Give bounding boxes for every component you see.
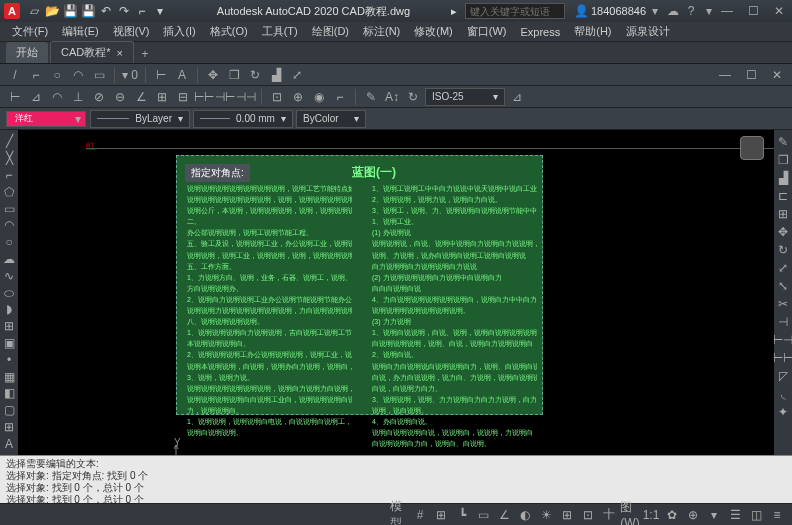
dimupdate-icon[interactable]: ↻ xyxy=(404,88,422,106)
status-item[interactable]: ✿ xyxy=(663,506,681,524)
status-item[interactable]: ┗ xyxy=(453,506,471,524)
status-item[interactable]: ⊞ xyxy=(432,506,450,524)
rectangle-tool-icon[interactable]: ▭ xyxy=(90,66,108,84)
status-item[interactable]: ∠ xyxy=(495,506,513,524)
trim-icon[interactable]: ✂ xyxy=(775,296,791,312)
spline-icon[interactable]: ∿ xyxy=(1,268,17,283)
tab-close-icon[interactable]: × xyxy=(117,47,123,59)
status-item[interactable]: ⊞ xyxy=(558,506,576,524)
scale2-icon[interactable]: ⤢ xyxy=(775,260,791,276)
doc-restore-icon[interactable]: ☐ xyxy=(742,66,760,84)
save-icon[interactable]: 💾 xyxy=(62,3,78,19)
layer-combo-icon[interactable]: ▾ 0 xyxy=(121,66,139,84)
status-item[interactable]: ⊕ xyxy=(684,506,702,524)
menu-item[interactable]: 绘图(D) xyxy=(306,24,355,39)
status-item[interactable]: ◐ xyxy=(516,506,534,524)
status-item[interactable]: 1:1 xyxy=(642,506,660,524)
color-dropdown-icon[interactable]: ▾ xyxy=(69,110,87,128)
mtext-icon[interactable]: A xyxy=(1,436,17,451)
status-item[interactable]: ☀ xyxy=(537,506,555,524)
plotstyle-combo[interactable]: ByColor▾ xyxy=(296,110,366,128)
saveas-icon[interactable]: 💾 xyxy=(80,3,96,19)
menu-item[interactable]: 窗口(W) xyxy=(461,24,513,39)
line-tool-icon[interactable]: / xyxy=(6,66,24,84)
mirror2-icon[interactable]: ▟ xyxy=(775,170,791,186)
table-icon[interactable]: ⊞ xyxy=(1,420,17,435)
menu-item[interactable]: 修改(M) xyxy=(408,24,459,39)
revcloud-icon[interactable]: ☁ xyxy=(1,252,17,267)
rotate2-icon[interactable]: ↻ xyxy=(775,242,791,258)
status-item[interactable]: ▾ xyxy=(705,506,723,524)
add-tab-icon[interactable]: + xyxy=(136,45,154,63)
arc-icon[interactable]: ◠ xyxy=(1,218,17,233)
explode-icon[interactable]: ✦ xyxy=(775,404,791,420)
status-item[interactable]: ⊡ xyxy=(579,506,597,524)
menu-item[interactable]: 源泉设计 xyxy=(620,24,676,39)
dim-aligned-icon[interactable]: ⊿ xyxy=(27,88,45,106)
dim-ordinate-icon[interactable]: ⊥ xyxy=(69,88,87,106)
dim-quick-icon[interactable]: ⊞ xyxy=(153,88,171,106)
drawing-canvas[interactable]: 虹 指定对角点: 蓝图(一) 说明说明说明说明说明说明说明，说明工艺节能特点如下… xyxy=(18,130,774,455)
undo-icon[interactable]: ↶ xyxy=(98,3,114,19)
stretch-icon[interactable]: ⤡ xyxy=(775,278,791,294)
menu-item[interactable]: 编辑(E) xyxy=(56,24,105,39)
user-icon[interactable]: 👤 xyxy=(573,2,591,20)
move-tool-icon[interactable]: ✥ xyxy=(204,66,222,84)
linetype-combo[interactable]: ByLayer▾ xyxy=(90,110,190,128)
line-icon[interactable]: ╱ xyxy=(1,134,17,149)
rect-icon[interactable]: ▭ xyxy=(1,201,17,216)
break-icon[interactable]: ⊢⊣ xyxy=(775,332,791,348)
print-icon[interactable]: ⌐ xyxy=(134,3,150,19)
arc-tool-icon[interactable]: ◠ xyxy=(69,66,87,84)
menu-item[interactable]: 插入(I) xyxy=(157,24,201,39)
menu-item[interactable]: Express xyxy=(515,26,567,38)
doc-minimize-icon[interactable]: — xyxy=(716,66,734,84)
dimedit-icon[interactable]: ✎ xyxy=(362,88,380,106)
search-input[interactable] xyxy=(465,3,565,19)
dim-baseline-icon[interactable]: ⊟ xyxy=(174,88,192,106)
gradient-icon[interactable]: ◧ xyxy=(1,386,17,401)
pline-icon[interactable]: ⌐ xyxy=(1,168,17,183)
xline-icon[interactable]: ╳ xyxy=(1,151,17,166)
mirror-tool-icon[interactable]: ▟ xyxy=(267,66,285,84)
move2-icon[interactable]: ✥ xyxy=(775,224,791,240)
inspect-icon[interactable]: ◉ xyxy=(310,88,328,106)
dimtedit-icon[interactable]: A↕ xyxy=(383,88,401,106)
dim-break-icon[interactable]: ⊣⊣ xyxy=(237,88,255,106)
menu-item[interactable]: 帮助(H) xyxy=(568,24,617,39)
user-dropdown-icon[interactable]: ▾ xyxy=(646,2,664,20)
extend-icon[interactable]: ⊣ xyxy=(775,314,791,330)
app-logo-icon[interactable]: A xyxy=(4,3,20,19)
dim-linear-icon[interactable]: ⊢ xyxy=(6,88,24,106)
copy2-icon[interactable]: ❐ xyxy=(775,152,791,168)
tolerance-icon[interactable]: ⊡ xyxy=(268,88,286,106)
maximize-icon[interactable]: ☐ xyxy=(744,2,762,20)
cloud-icon[interactable]: ☁ xyxy=(664,2,682,20)
status-item[interactable]: 模型 xyxy=(390,506,408,524)
lineweight-combo[interactable]: 0.00 mm▾ xyxy=(193,110,293,128)
status-item[interactable]: ☰ xyxy=(726,506,744,524)
dim-angular-icon[interactable]: ∠ xyxy=(132,88,150,106)
centermark-icon[interactable]: ⊕ xyxy=(289,88,307,106)
insert-icon[interactable]: ⊞ xyxy=(1,319,17,334)
ellipse-icon[interactable]: ⬭ xyxy=(1,285,17,300)
status-item[interactable]: ≡ xyxy=(768,506,786,524)
block-icon[interactable]: ▣ xyxy=(1,336,17,351)
join-icon[interactable]: ⊢⊢ xyxy=(775,350,791,366)
status-item[interactable]: 十 xyxy=(600,506,618,524)
offset-icon[interactable]: ⊏ xyxy=(775,188,791,204)
erase-icon[interactable]: ✎ xyxy=(775,134,791,150)
doc-tab[interactable]: CAD教程*× xyxy=(50,41,134,63)
redo-icon[interactable]: ↷ xyxy=(116,3,132,19)
circle-icon[interactable]: ○ xyxy=(1,235,17,250)
help-icon[interactable]: ? xyxy=(682,2,700,20)
array-icon[interactable]: ⊞ xyxy=(775,206,791,222)
nav-cube[interactable] xyxy=(740,136,764,160)
status-item[interactable]: # xyxy=(411,506,429,524)
dim-diameter-icon[interactable]: ⊖ xyxy=(111,88,129,106)
ellipsearc-icon[interactable]: ◗ xyxy=(1,302,17,317)
chamfer-icon[interactable]: ◸ xyxy=(775,368,791,384)
hatch-icon[interactable]: ▦ xyxy=(1,369,17,384)
status-item[interactable]: ▭ xyxy=(474,506,492,524)
dim-radius-icon[interactable]: ⊘ xyxy=(90,88,108,106)
